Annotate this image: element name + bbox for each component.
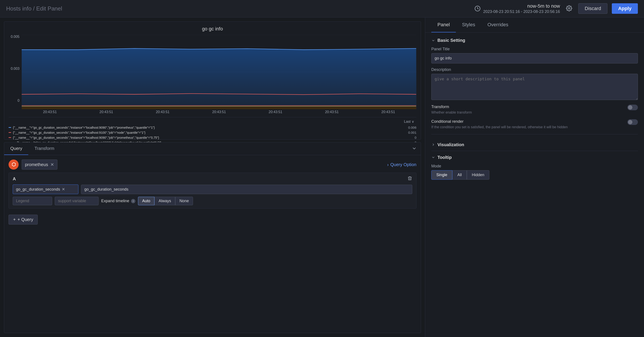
- fill-always-button[interactable]: Always: [154, 197, 175, 205]
- time-text: now-5m to now 2023-08-23 20:51:16 - 2023…: [483, 3, 560, 14]
- tooltip-section-header[interactable]: Tooltip: [431, 155, 638, 160]
- time-main: now-5m to now: [527, 3, 560, 9]
- breadcrumb-main[interactable]: Hosts info: [6, 5, 32, 12]
- legend-item: {"__name__"="go_gc_duration_seconds","in…: [8, 130, 416, 135]
- legend-dot-red2: [8, 137, 11, 138]
- transform-info: Transform Whether enable transform: [431, 105, 624, 115]
- description-textarea[interactable]: [431, 74, 638, 100]
- time-range: 2023-08-23 20:51:16 - 2023-08-23 20:56:1…: [483, 9, 560, 14]
- tab-overrides[interactable]: Overrides: [481, 17, 514, 32]
- chart-container: go gc info 0.005 0.003 0: [4, 21, 421, 140]
- add-query-row: + + Query: [8, 212, 416, 228]
- expand-timeline-label: Expand timeline i: [101, 199, 135, 203]
- mode-all-button[interactable]: All: [452, 170, 467, 180]
- svg-marker-5: [22, 48, 416, 109]
- basic-setting-header[interactable]: Basic Setting: [431, 38, 638, 43]
- chart-svg: [22, 35, 416, 109]
- plus-icon: +: [13, 217, 16, 222]
- chart-title: go gc info: [8, 26, 416, 32]
- conditional-render-info: Conditional render If the condition you …: [431, 119, 624, 130]
- chevron-down-icon: [431, 38, 435, 42]
- datasource-clear-button[interactable]: ✕: [50, 162, 54, 167]
- prometheus-icon: ⬡: [8, 160, 18, 170]
- datasource-name: prometheus: [25, 162, 48, 167]
- right-panel: Panel Styles Overrides Basic Setting Pan…: [425, 17, 644, 337]
- tooltip-mode-group: Single All Hidden: [431, 170, 638, 180]
- add-query-button[interactable]: + + Query: [8, 215, 38, 225]
- y-axis: 0.005 0.003 0: [8, 35, 22, 109]
- clock-icon: [474, 5, 480, 11]
- transform-toggle-title: Transform: [431, 105, 624, 109]
- tab-panel[interactable]: Panel: [431, 17, 456, 32]
- datasource-select[interactable]: prometheus ✕: [22, 160, 58, 170]
- y-axis-mid: 0.003: [11, 67, 20, 71]
- header-right: now-5m to now 2023-08-23 20:51:16 - 2023…: [474, 3, 638, 14]
- legend-area: Last ∨ {"__name__"="go_gc_duration_secon…: [8, 117, 416, 145]
- chevron-right-icon: ›: [387, 162, 388, 167]
- query-option-label: Query Option: [390, 162, 416, 167]
- delete-query-button[interactable]: [408, 176, 412, 182]
- tab-styles[interactable]: Styles: [456, 17, 481, 32]
- metric-filter-clear[interactable]: ✕: [62, 187, 65, 192]
- chevron-right-icon: [431, 143, 435, 147]
- query-body: ⬡ prometheus ✕ › Query Option: [4, 155, 421, 232]
- support-var-input[interactable]: [55, 197, 98, 205]
- conditional-render-toggle[interactable]: [627, 119, 638, 125]
- visualization-section[interactable]: Visualization: [431, 139, 638, 151]
- left-panel: go gc info 0.005 0.003 0: [0, 17, 425, 337]
- right-content: Basic Setting Panel Title Description Tr…: [425, 33, 644, 189]
- breadcrumb-sep: /: [32, 5, 36, 12]
- conditional-render-row: Conditional render If the condition you …: [431, 119, 638, 130]
- y-axis-min: 0: [18, 99, 20, 103]
- chevron-down-icon-tooltip: [431, 155, 435, 159]
- query-tabs-container: Query Transform ⬡ prometheus: [4, 142, 421, 333]
- panel-title-input[interactable]: [431, 53, 638, 63]
- tabs-header: Query Transform: [4, 142, 421, 155]
- query-option-button[interactable]: › Query Option: [387, 162, 416, 167]
- transform-toggle-switch[interactable]: [627, 105, 638, 110]
- legend-item: {"__name__"="go_gc_duration_seconds","in…: [8, 125, 416, 130]
- legend-dot-blue: [8, 127, 11, 128]
- datasource-left: ⬡ prometheus ✕: [8, 160, 58, 170]
- svg-marker-6: [22, 107, 416, 109]
- tooltip-title: Tooltip: [438, 155, 452, 160]
- x-axis: 20:43:51 20:43:51 20:43:51 20:43:51 20:4…: [22, 110, 416, 114]
- tab-transform[interactable]: Transform: [28, 142, 60, 155]
- mode-label: Mode: [431, 164, 638, 168]
- tab-query[interactable]: Query: [4, 142, 28, 155]
- expand-timeline-info-icon: i: [131, 199, 135, 203]
- fill-none-button[interactable]: None: [175, 197, 193, 205]
- query-row-header: A: [13, 176, 412, 182]
- chart-inner: [22, 35, 416, 109]
- main-layout: go gc info 0.005 0.003 0: [0, 17, 644, 337]
- basic-setting-title: Basic Setting: [438, 38, 465, 43]
- mode-hidden-button[interactable]: Hidden: [467, 170, 489, 180]
- mode-single-button[interactable]: Single: [431, 170, 452, 180]
- metric-value-input[interactable]: [81, 185, 412, 194]
- conditional-render-desc: If the condition you set is satisfied, t…: [431, 125, 624, 130]
- discard-button[interactable]: Discard: [578, 3, 608, 14]
- transform-toggle-row: Transform Whether enable transform: [431, 105, 638, 115]
- transform-toggle-desc: Whether enable transform: [431, 110, 624, 115]
- trash-icon: [408, 176, 412, 181]
- datasource-row: ⬡ prometheus ✕ › Query Option: [8, 160, 416, 170]
- collapse-icon: [412, 146, 417, 151]
- y-axis-max: 0.005: [11, 35, 20, 39]
- chart-area: 0.005 0.003 0: [8, 35, 416, 109]
- query-options-row: Expand timeline i Auto Always None: [13, 197, 412, 205]
- apply-button[interactable]: Apply: [612, 3, 638, 14]
- description-label: Description: [431, 67, 638, 72]
- settings-button[interactable]: [564, 3, 574, 14]
- legend-input[interactable]: [13, 197, 52, 205]
- svg-point-1: [568, 7, 570, 9]
- add-query-label: + Query: [18, 217, 33, 222]
- tabs-collapse-button[interactable]: [412, 146, 417, 152]
- right-tabs: Panel Styles Overrides: [425, 17, 644, 33]
- breadcrumb: Hosts info / Edit Panel: [6, 5, 62, 12]
- metric-filter-value: go_gc_duration_seconds: [16, 187, 60, 192]
- panel-title-label: Panel Title: [431, 47, 638, 51]
- visualization-title: Visualization: [438, 142, 464, 147]
- fill-auto-button[interactable]: Auto: [138, 197, 154, 205]
- metric-filter-input[interactable]: go_gc_duration_seconds ✕: [13, 184, 78, 194]
- divider: [431, 134, 638, 134]
